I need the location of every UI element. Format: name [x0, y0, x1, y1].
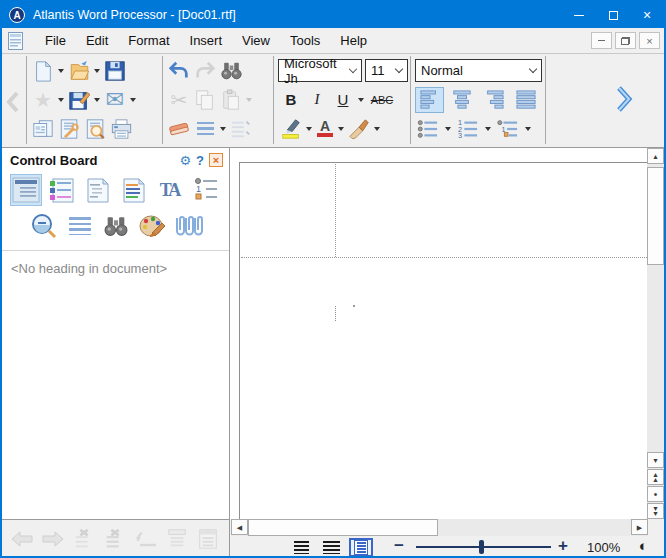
save-as-button[interactable]	[66, 87, 92, 113]
align-left-button[interactable]	[415, 87, 444, 113]
redo-button[interactable]	[192, 58, 218, 84]
close-button[interactable]: ×	[630, 2, 664, 28]
font-color-button[interactable]: A	[314, 116, 336, 142]
font-color-dropdown[interactable]	[336, 117, 346, 141]
web-view-button[interactable]	[319, 538, 343, 557]
document-view[interactable]	[231, 148, 647, 520]
control-board-close-button[interactable]: ×	[209, 153, 223, 167]
document-menu-icon[interactable]	[8, 32, 23, 50]
scroll-down-button[interactable]: ▼	[647, 452, 664, 468]
paragraph-tab[interactable]	[64, 210, 96, 242]
doc-minimize-button[interactable]	[591, 32, 612, 49]
favorites-dropdown[interactable]	[56, 88, 66, 112]
bullet-list-dropdown[interactable]	[443, 117, 453, 141]
new-document-button[interactable]	[30, 58, 56, 84]
outline-tab[interactable]	[82, 174, 114, 206]
underline-button[interactable]: U	[330, 91, 356, 108]
paragraph-format-button[interactable]	[192, 116, 218, 142]
open-document-dropdown[interactable]	[92, 59, 102, 83]
font-size-select[interactable]: 11	[365, 59, 408, 82]
zoom-out-button[interactable]: −	[394, 536, 404, 556]
remove-all-markers-button[interactable]	[102, 526, 128, 552]
maximize-button[interactable]	[596, 2, 630, 28]
save-button[interactable]	[102, 58, 128, 84]
menu-item-help[interactable]: Help	[330, 30, 377, 51]
eraser-button[interactable]	[166, 116, 192, 142]
document-properties-button[interactable]	[30, 116, 56, 142]
undo-button[interactable]	[166, 58, 192, 84]
multilevel-list-button[interactable]: 1	[495, 116, 521, 142]
zoom-in-button[interactable]: +	[558, 536, 568, 556]
toolbar-scroll-left-button[interactable]	[3, 87, 23, 117]
align-right-button[interactable]	[479, 87, 508, 113]
zoom-slider[interactable]	[416, 546, 551, 548]
format-painter-button[interactable]	[346, 116, 372, 142]
favorites-star-button[interactable]: ★	[30, 87, 56, 113]
scroll-left-button[interactable]: ◀	[231, 519, 248, 535]
italic-button[interactable]: I	[304, 91, 330, 108]
control-board-help-button[interactable]: ?	[196, 153, 204, 168]
menu-item-file[interactable]: File	[35, 30, 76, 51]
font-name-select[interactable]: Microsoft Jh	[278, 59, 362, 82]
bold-button[interactable]: B	[278, 91, 304, 108]
last-edit-position-button[interactable]	[133, 526, 159, 552]
doc-close-button[interactable]: ×	[639, 32, 660, 49]
page-setup-button[interactable]	[195, 526, 221, 552]
zoom-percent-value[interactable]: 100%	[587, 540, 620, 555]
color-scheme-toggle[interactable]: ◐	[639, 537, 648, 554]
style-select[interactable]: Normal	[415, 59, 542, 82]
menu-item-format[interactable]: Format	[118, 30, 179, 51]
highlight-button[interactable]	[278, 116, 304, 142]
zoom-tab[interactable]	[28, 210, 60, 242]
styles-tab[interactable]	[118, 174, 150, 206]
cut-button[interactable]: ✂	[166, 87, 192, 113]
control-board-settings-button[interactable]: ⚙	[179, 153, 191, 168]
align-justify-button[interactable]	[511, 87, 540, 113]
clips-tab[interactable]	[172, 210, 204, 242]
menu-item-view[interactable]: View	[232, 30, 280, 51]
print-button[interactable]	[108, 116, 134, 142]
previous-page-button[interactable]: ▲▲	[647, 469, 664, 485]
lists-tab[interactable]: 1	[190, 174, 222, 206]
paragraph-format-dropdown[interactable]	[218, 117, 228, 141]
colors-tab[interactable]	[136, 210, 168, 242]
vertical-scrollbar[interactable]: ▲ ▼ ▲▲ • ▼▼	[647, 148, 664, 520]
zoom-slider-thumb[interactable]	[479, 540, 484, 554]
document-options-button[interactable]	[56, 116, 82, 142]
paste-button[interactable]	[218, 87, 244, 113]
multilevel-list-dropdown[interactable]	[523, 117, 533, 141]
bookmarks-tab[interactable]	[46, 174, 78, 206]
paste-dropdown[interactable]	[244, 88, 254, 112]
draft-view-button[interactable]	[289, 538, 313, 557]
bullet-list-button[interactable]	[415, 116, 441, 142]
forward-button[interactable]	[40, 526, 66, 552]
align-center-button[interactable]	[447, 87, 476, 113]
doc-restore-button[interactable]	[615, 32, 636, 49]
remove-marker-button[interactable]	[71, 526, 97, 552]
scroll-right-button[interactable]: ▶	[631, 519, 648, 535]
underline-dropdown[interactable]	[356, 88, 366, 112]
next-page-button[interactable]: ▼▼	[647, 503, 664, 519]
numbered-list-button[interactable]: 123	[455, 116, 481, 142]
menu-item-insert[interactable]: Insert	[180, 30, 233, 51]
header-footer-button[interactable]	[164, 526, 190, 552]
browse-object-button[interactable]: •	[647, 486, 664, 502]
print-preview-button[interactable]	[82, 116, 108, 142]
open-document-button[interactable]	[66, 58, 92, 84]
find-tab[interactable]	[100, 210, 132, 242]
toolbar-scroll-right-button[interactable]	[614, 84, 634, 114]
find-button[interactable]	[218, 58, 244, 84]
save-as-dropdown[interactable]	[92, 88, 102, 112]
menu-item-tools[interactable]: Tools	[280, 30, 330, 51]
minimize-button[interactable]	[562, 2, 596, 28]
headings-tab[interactable]	[10, 174, 42, 206]
copy-button[interactable]	[192, 87, 218, 113]
strikethrough-button[interactable]: ABC	[366, 94, 398, 106]
highlight-dropdown[interactable]	[304, 117, 314, 141]
horizontal-scroll-thumb[interactable]	[248, 519, 438, 536]
vertical-scroll-thumb[interactable]	[647, 167, 664, 265]
fonts-tab[interactable]: TA	[154, 174, 186, 206]
menu-item-edit[interactable]: Edit	[76, 30, 118, 51]
email-button[interactable]: ✉	[102, 87, 128, 113]
numbered-list-dropdown[interactable]	[483, 117, 493, 141]
